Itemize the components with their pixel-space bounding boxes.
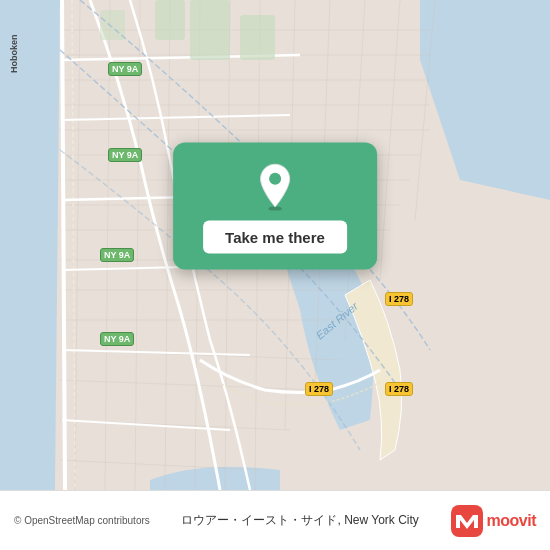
- svg-rect-36: [155, 0, 185, 40]
- moovit-icon: [451, 505, 483, 537]
- road-label-ny9a-1: NY 9A: [108, 62, 142, 76]
- moovit-text: moovit: [487, 512, 536, 530]
- map-attribution: © OpenStreetMap contributors: [14, 515, 150, 526]
- location-pin-icon: [251, 162, 299, 210]
- map-container: East River NY 9A NY 9A NY 9A NY 9A I 278…: [0, 0, 550, 490]
- svg-line-13: [60, 380, 320, 390]
- svg-line-15: [60, 460, 260, 470]
- road-label-ny9a-2: NY 9A: [108, 148, 142, 162]
- svg-line-16: [75, 0, 80, 490]
- road-label-i278-1: I 278: [385, 292, 413, 306]
- road-label-i278-3: I 278: [385, 382, 413, 396]
- svg-point-40: [269, 173, 281, 185]
- svg-rect-37: [240, 15, 275, 60]
- svg-rect-41: [451, 505, 483, 537]
- location-card: Take me there: [173, 142, 377, 269]
- road-label-ny9a-3: NY 9A: [100, 248, 134, 262]
- road-label-i278-2: I 278: [305, 382, 333, 396]
- bottom-bar: © OpenStreetMap contributors ロウアー・イースト・サ…: [0, 490, 550, 550]
- road-label-ny9a-4: NY 9A: [100, 332, 134, 346]
- svg-line-32: [62, 350, 250, 355]
- take-me-there-button[interactable]: Take me there: [203, 220, 347, 253]
- svg-line-26: [380, 0, 400, 280]
- svg-line-33: [62, 420, 230, 430]
- location-name: ロウアー・イースト・サイド, New York City: [158, 512, 443, 529]
- svg-line-29: [62, 115, 290, 120]
- moovit-logo: moovit: [451, 505, 536, 537]
- hoboken-label: Hoboken: [9, 34, 19, 73]
- svg-rect-35: [190, 0, 230, 60]
